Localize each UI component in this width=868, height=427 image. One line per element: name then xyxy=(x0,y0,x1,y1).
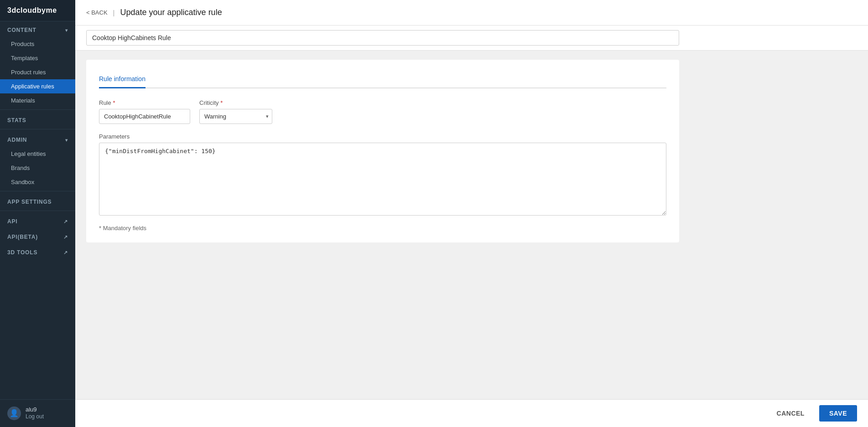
sidebar-item-sandbox[interactable]: Sandbox xyxy=(0,175,75,189)
chevron-down-icon: ▾ xyxy=(65,28,68,33)
rule-criticality-row: Rule * Criticity * Warning Error Inf xyxy=(99,99,666,124)
save-button[interactable]: SAVE xyxy=(819,405,857,422)
sidebar-item-applicative-rules[interactable]: Applicative rules xyxy=(0,79,75,93)
user-info: alu9 Log out xyxy=(26,406,44,421)
sidebar-section-stats-label: STATS xyxy=(7,117,26,123)
main-content: < BACK | Update your applicative rule Ru… xyxy=(75,0,868,427)
sidebar: 3dcloudbyme CONTENT ▾ Products Templates… xyxy=(0,0,75,427)
sidebar-section-api-beta[interactable]: API(BETA) ↗ xyxy=(0,228,75,244)
sidebar-api-label: API xyxy=(7,218,17,225)
sidebar-item-product-rules[interactable]: Product rules xyxy=(0,65,75,79)
criticality-label: Criticity * xyxy=(199,99,272,106)
external-link-icon-beta: ↗ xyxy=(63,234,68,240)
chevron-down-icon-admin: ▾ xyxy=(65,138,68,143)
parameters-label: Parameters xyxy=(99,133,666,140)
footer: CANCEL SAVE xyxy=(75,399,868,427)
sidebar-item-legal-entities[interactable]: Legal entities xyxy=(0,147,75,161)
sidebar-section-app-settings-label: APP SETTINGS xyxy=(7,199,52,205)
external-link-icon: ↗ xyxy=(63,219,68,225)
tab-rule-information[interactable]: Rule information xyxy=(99,71,146,88)
criticality-required: * xyxy=(220,99,223,106)
form-content-area: Rule information Rule * Criticity * xyxy=(75,51,868,399)
sidebar-item-brands[interactable]: Brands xyxy=(0,161,75,175)
sidebar-api-beta-label: API(BETA) xyxy=(7,234,38,240)
sidebar-item-products[interactable]: Products xyxy=(0,37,75,51)
top-bar: < BACK | Update your applicative rule xyxy=(75,0,868,26)
page-title: Update your applicative rule xyxy=(120,8,222,17)
sidebar-section-admin[interactable]: ADMIN ▾ xyxy=(0,131,75,147)
sidebar-section-stats[interactable]: STATS xyxy=(0,112,75,127)
sidebar-3d-tools-label: 3D TOOLS xyxy=(7,249,37,256)
rule-required: * xyxy=(113,99,115,106)
form-card: Rule information Rule * Criticity * xyxy=(86,60,679,242)
back-button[interactable]: < BACK xyxy=(86,9,108,16)
sidebar-item-templates[interactable]: Templates xyxy=(0,51,75,65)
rule-input[interactable] xyxy=(99,109,190,124)
avatar: 👤 xyxy=(7,406,21,420)
rule-label: Rule * xyxy=(99,99,190,106)
rule-name-bar xyxy=(75,26,868,51)
logout-button[interactable]: Log out xyxy=(26,413,44,421)
sidebar-item-materials[interactable]: Materials xyxy=(0,93,75,108)
parameters-textarea[interactable]: {"minDistFromHighCabinet": 150} xyxy=(99,143,666,216)
cancel-button[interactable]: CANCEL xyxy=(768,405,814,422)
username: alu9 xyxy=(26,406,44,414)
rule-field-group: Rule * xyxy=(99,99,190,124)
sidebar-section-content-label: CONTENT xyxy=(7,27,36,33)
sidebar-section-admin-label: ADMIN xyxy=(7,137,27,143)
sidebar-user-section: 👤 alu9 Log out xyxy=(0,399,75,427)
title-separator: | xyxy=(113,9,115,16)
criticality-select-wrapper: Warning Error Info ▾ xyxy=(199,109,272,124)
sidebar-section-content[interactable]: CONTENT ▾ xyxy=(0,21,75,37)
mandatory-note: * Mandatory fields xyxy=(99,225,666,232)
app-logo: 3dcloudbyme xyxy=(0,0,75,21)
tab-bar: Rule information xyxy=(99,71,666,88)
external-link-icon-3d: ↗ xyxy=(63,250,68,256)
sidebar-section-app-settings[interactable]: APP SETTINGS xyxy=(0,193,75,209)
sidebar-section-3d-tools[interactable]: 3D TOOLS ↗ xyxy=(0,244,75,259)
sidebar-section-api[interactable]: API ↗ xyxy=(0,213,75,228)
parameters-field-group: Parameters {"minDistFromHighCabinet": 15… xyxy=(99,133,666,216)
criticality-field-group: Criticity * Warning Error Info ▾ xyxy=(199,99,272,124)
criticality-select[interactable]: Warning Error Info xyxy=(199,109,272,124)
rule-name-input[interactable] xyxy=(86,30,679,46)
